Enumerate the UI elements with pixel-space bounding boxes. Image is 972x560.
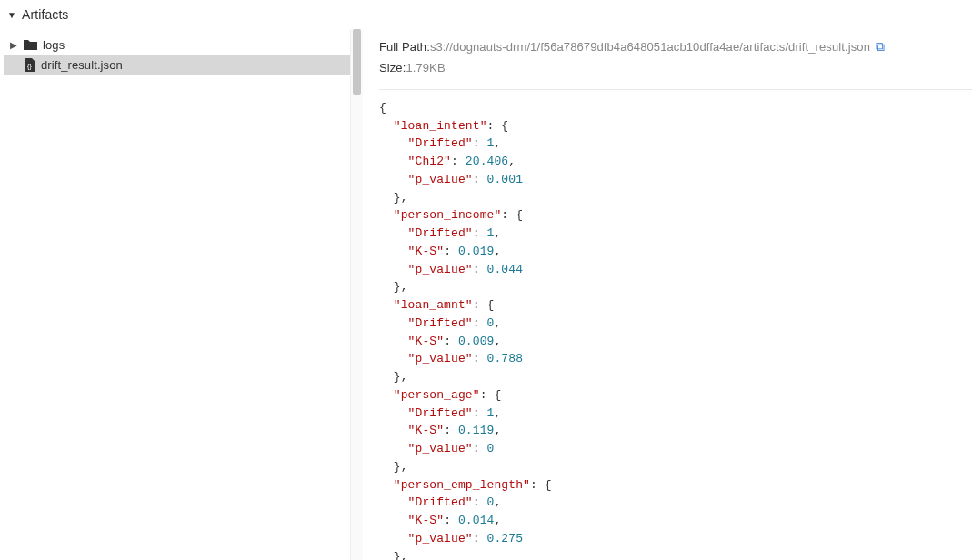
artifact-content: Full Path: s3://dognauts-drm/1/f56a78679…: [363, 29, 972, 560]
artifact-tree: ▶ logs {} drift_result.json: [0, 29, 363, 560]
artifacts-header[interactable]: ▼ Artifacts: [0, 0, 972, 29]
scrollbar-thumb[interactable]: [353, 29, 361, 95]
artifacts-caret-icon: ▼: [7, 10, 16, 20]
sidebar-scrollbar[interactable]: [350, 29, 363, 560]
folder-icon: [24, 39, 37, 51]
meta-full-path: Full Path: s3://dognauts-drm/1/f56a78679…: [379, 36, 972, 58]
tree-file-drift-result[interactable]: {} drift_result.json: [4, 55, 363, 75]
size-label: Size:: [379, 58, 406, 78]
size-value: 1.79KB: [406, 58, 445, 78]
tree-item-label: drift_result.json: [41, 58, 123, 72]
artifact-meta: Full Path: s3://dognauts-drm/1/f56a78679…: [379, 33, 972, 90]
file-json-icon: {}: [24, 58, 35, 72]
copy-icon[interactable]: ⧉: [876, 36, 885, 58]
main-layout: ▶ logs {} drift_result.json Full Path: s…: [0, 29, 972, 560]
artifacts-title: Artifacts: [22, 7, 68, 22]
tree-item-label: logs: [43, 38, 65, 52]
svg-text:{}: {}: [27, 63, 32, 70]
full-path-label: Full Path:: [379, 37, 430, 57]
tree-folder-logs[interactable]: ▶ logs: [4, 35, 363, 55]
chevron-right-icon[interactable]: ▶: [9, 40, 18, 50]
meta-size: Size: 1.79KB: [379, 58, 972, 78]
json-viewer: { "loan_intent": { "Drifted": 1, "Chi2":…: [379, 90, 972, 560]
full-path-value: s3://dognauts-drm/1/f56a78679dfb4a648051…: [430, 37, 870, 57]
